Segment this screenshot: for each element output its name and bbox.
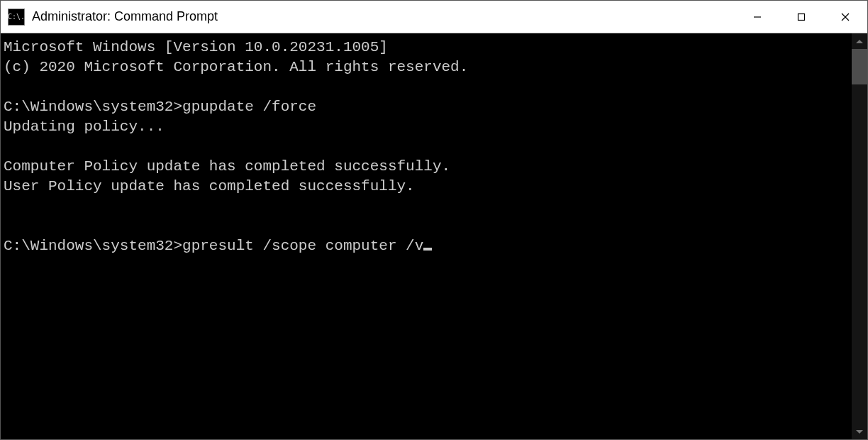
titlebar[interactable]: C:\. Administrator: Command Prompt xyxy=(1,1,867,33)
prompt-2: C:\Windows\system32> xyxy=(4,238,182,254)
output-computer-policy: Computer Policy update has completed suc… xyxy=(4,158,450,175)
window-title: Administrator: Command Prompt xyxy=(32,9,735,24)
output-user-policy: User Policy update has completed success… xyxy=(4,178,415,194)
banner-line-2: (c) 2020 Microsoft Corporation. All righ… xyxy=(4,59,468,75)
terminal-area: Microsoft Windows [Version 10.0.20231.10… xyxy=(1,33,867,439)
terminal-output[interactable]: Microsoft Windows [Version 10.0.20231.10… xyxy=(1,33,852,439)
minimize-button[interactable] xyxy=(735,1,779,33)
close-button[interactable] xyxy=(823,1,867,33)
output-updating: Updating policy... xyxy=(4,119,165,135)
scrollbar-up-button[interactable] xyxy=(852,33,867,49)
text-cursor xyxy=(423,248,432,251)
maximize-button[interactable] xyxy=(779,1,823,33)
banner-line-1: Microsoft Windows [Version 10.0.20231.10… xyxy=(4,39,388,55)
scrollbar-thumb[interactable] xyxy=(852,49,867,84)
command-1: gpupdate /force xyxy=(182,99,316,115)
scrollbar[interactable] xyxy=(852,33,867,439)
window-controls xyxy=(735,1,867,33)
cmd-icon: C:\. xyxy=(8,9,25,26)
command-2: gpresult /scope computer /v xyxy=(182,238,423,254)
svg-rect-1 xyxy=(799,13,805,20)
prompt-1: C:\Windows\system32> xyxy=(4,99,182,115)
scrollbar-down-button[interactable] xyxy=(852,424,867,439)
